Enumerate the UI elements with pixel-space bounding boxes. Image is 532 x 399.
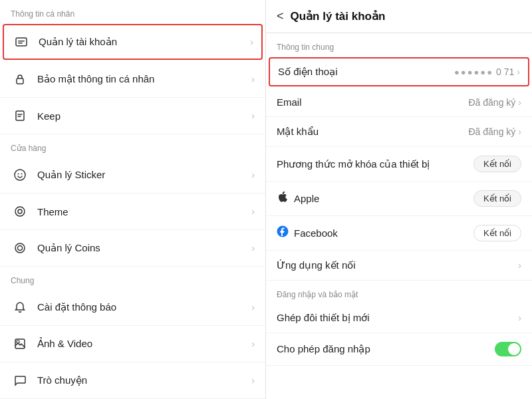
allow-login-label: Cho phép đăng nhập: [277, 343, 495, 355]
sidebar-label-quan-ly-tai-khoan: Quản lý tài khoản: [39, 36, 250, 48]
facebook-connect-button[interactable]: Kết nối: [473, 225, 521, 241]
right-item-apple[interactable]: Apple Kết nối: [266, 182, 532, 216]
sidebar-label-anh-video: Ảnh & Video: [37, 338, 251, 350]
left-panel: Thông tin cá nhân Quản lý tài khoản › Bả…: [0, 0, 266, 399]
section-dang-nhap: Đăng nhập và bảo mật: [266, 281, 532, 303]
svg-point-9: [18, 209, 22, 213]
coins-icon: [11, 239, 29, 257]
sidebar-label-theme: Theme: [37, 206, 251, 217]
keep-icon: [11, 106, 29, 125]
apple-icon: [277, 191, 289, 206]
unlock-label: Phương thức mở khóa của thiết bị: [277, 158, 473, 170]
section-chung: Chung: [0, 267, 265, 289]
password-label: Mật khẩu: [277, 126, 469, 138]
svg-rect-3: [17, 78, 23, 84]
facebook-icon: [277, 225, 289, 241]
svg-rect-2: [18, 43, 23, 44]
phone-label: Số điện thoại: [278, 66, 454, 78]
bell-icon: [11, 298, 29, 317]
chevron-icon: ›: [251, 110, 255, 121]
section-store: Cửa hàng: [0, 134, 265, 157]
unlock-connect-button[interactable]: Kết nối: [473, 156, 521, 172]
photo-icon: [11, 334, 29, 353]
back-button[interactable]: <: [277, 9, 284, 23]
sidebar-item-keep[interactable]: Keep ›: [0, 98, 265, 134]
svg-rect-4: [16, 111, 24, 120]
sidebar-item-bao-mat[interactable]: Bảo mật thông tin cá nhân ›: [0, 61, 265, 98]
sticker-icon: [11, 166, 29, 184]
right-item-email[interactable]: Email Đã đăng ký ›: [266, 88, 532, 117]
sidebar-label-bao-mat: Bảo mật thông tin cá nhân: [37, 73, 251, 85]
svg-point-7: [21, 174, 23, 175]
apple-connect-button[interactable]: Kết nối: [473, 190, 521, 207]
account-icon: [12, 33, 31, 51]
right-panel: < Quản lý tài khoản Thông tin chung Số đ…: [266, 0, 532, 399]
allow-login-toggle[interactable]: [495, 342, 521, 356]
svg-point-11: [18, 246, 23, 251]
right-item-ghep-doi[interactable]: Ghép đôi thiết bị mới ›: [266, 303, 532, 333]
right-item-mat-khau[interactable]: Mật khẩu Đã đăng ký ›: [266, 117, 532, 147]
sidebar-label-tro-chuyen: Trò chuyện: [37, 374, 251, 386]
svg-point-10: [15, 243, 25, 253]
sidebar-label-keep: Keep: [37, 110, 251, 122]
chevron-icon: ›: [251, 170, 255, 180]
app-connect-label: Ứng dụng kết nối: [277, 259, 518, 271]
chevron-icon: ›: [251, 243, 255, 253]
phone-dots: ●●●●●●: [454, 67, 493, 77]
chevron-icon: ›: [250, 37, 253, 47]
section-personal: Thông tin cá nhân: [0, 0, 265, 23]
lock-icon: [11, 70, 29, 88]
chevron-icon: ›: [251, 206, 255, 217]
chevron-icon: ›: [251, 302, 255, 313]
sidebar-item-anh-video[interactable]: Ảnh & Video ›: [0, 326, 265, 362]
right-panel-title: Quản lý tài khoản: [291, 9, 386, 23]
right-item-ung-dung[interactable]: Ứng dụng kết nối ›: [266, 251, 532, 281]
chevron-icon: ›: [251, 74, 255, 84]
right-item-cho-phep[interactable]: Cho phép đăng nhập: [266, 333, 532, 366]
svg-point-8: [15, 207, 25, 216]
phone-end: 0 71: [496, 66, 514, 77]
sidebar-item-theme[interactable]: Theme ›: [0, 194, 265, 230]
chevron-icon: ›: [251, 338, 255, 349]
sidebar-item-sticker[interactable]: Quản lý Sticker ›: [0, 157, 265, 194]
sidebar-label-thong-bao: Cài đặt thông báo: [37, 301, 251, 313]
right-item-phuong-thuc[interactable]: Phương thức mở khóa của thiết bị Kết nối: [266, 147, 532, 182]
section-thong-tin-chung: Thông tin chung: [266, 33, 532, 56]
right-header: < Quản lý tài khoản: [266, 0, 532, 33]
chevron-icon: ›: [517, 66, 520, 77]
chevron-icon: ›: [518, 97, 521, 108]
sidebar-item-tro-chuyen[interactable]: Trò chuyện ›: [0, 362, 265, 399]
sidebar-label-coins: Quản lý Coins: [37, 242, 251, 254]
apple-label: Apple: [294, 193, 473, 204]
right-item-so-dien-thoai[interactable]: Số điện thoại ●●●●●● 0 71 ›: [269, 57, 529, 86]
svg-point-6: [18, 174, 19, 175]
svg-point-5: [15, 170, 25, 180]
right-item-facebook[interactable]: Facebook Kết nối: [266, 216, 532, 251]
sidebar-label-sticker: Quản lý Sticker: [37, 169, 251, 181]
theme-icon: [11, 202, 29, 221]
chat-icon: [11, 371, 29, 390]
chevron-icon: ›: [251, 375, 255, 386]
pair-device-label: Ghép đôi thiết bị mới: [277, 312, 518, 324]
chevron-icon: ›: [518, 126, 521, 137]
sidebar-item-quan-ly-tai-khoan[interactable]: Quản lý tài khoản ›: [3, 24, 263, 60]
email-value: Đã đăng ký: [469, 97, 516, 108]
email-label: Email: [277, 96, 469, 108]
chevron-icon: ›: [518, 260, 521, 271]
password-value: Đã đăng ký: [469, 126, 516, 137]
svg-rect-1: [18, 41, 25, 42]
svg-rect-0: [16, 38, 27, 46]
sidebar-item-coins[interactable]: Quản lý Coins ›: [0, 230, 265, 267]
facebook-label: Facebook: [294, 227, 473, 239]
chevron-icon: ›: [518, 313, 521, 323]
sidebar-item-thong-bao[interactable]: Cài đặt thông báo ›: [0, 289, 265, 326]
